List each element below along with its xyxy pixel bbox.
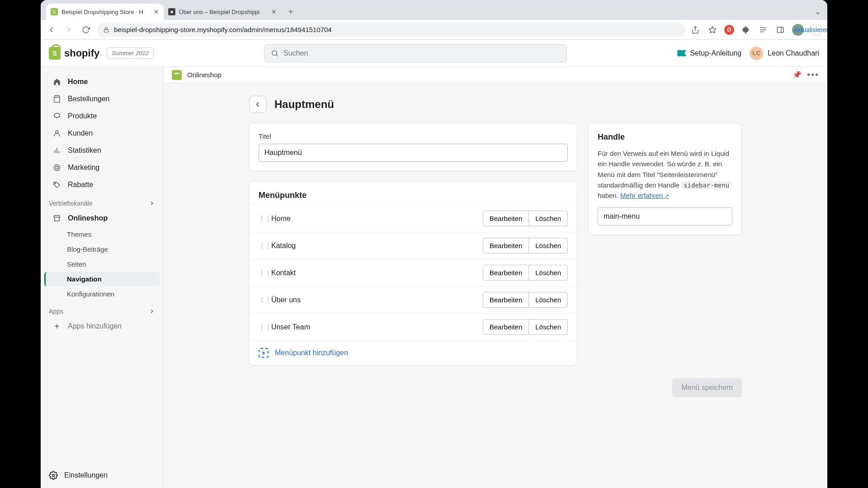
sidebar-sub-navigation[interactable]: Navigation (44, 272, 160, 286)
edit-button[interactable]: Bearbeiten (483, 319, 529, 335)
store-icon (172, 70, 182, 80)
sidebar-sub-blog[interactable]: Blog-Beiträge (44, 242, 160, 256)
title-card: Titel (249, 123, 577, 171)
drag-handle-icon[interactable]: ⋮⋮ (259, 215, 265, 222)
desc-code: sidebar-menu (681, 181, 731, 189)
edit-button[interactable]: Bearbeiten (483, 211, 529, 226)
delete-button[interactable]: Löschen (529, 319, 568, 335)
sidebar-item-analytics[interactable]: Statistiken (44, 142, 160, 159)
sidebar-item-label: Marketing (68, 164, 99, 172)
sidebar-item-label: Onlineshop (68, 214, 108, 222)
search-placeholder: Suchen (283, 49, 308, 57)
svg-point-8 (272, 51, 277, 56)
adblock-icon[interactable]: O (724, 25, 734, 35)
back-icon[interactable] (45, 23, 58, 36)
menu-item-label: Unser Team (271, 323, 476, 331)
menu-title-input[interactable] (259, 144, 568, 162)
context-bar: Onlineshop 📌 ••• (164, 67, 827, 83)
context-label: Onlineshop (187, 71, 222, 79)
site-favicon: ● (168, 8, 175, 15)
drag-handle-icon[interactable]: ⋮⋮ (259, 269, 265, 277)
browser-tab-strip: s Beispiel Dropshipping Store · H ✕ ● Üb… (41, 0, 827, 20)
section-label: Vertriebskanäle (49, 200, 93, 207)
shopify-favicon: s (51, 8, 58, 15)
sidebar-item-customers[interactable]: Kunden (44, 125, 160, 141)
browser-tab-inactive[interactable]: ● Über uns – Beispiel Dropshippi ✕ (164, 4, 281, 20)
sidebar-item-settings[interactable]: Einstellungen (49, 471, 155, 480)
new-tab-button[interactable]: ＋ (284, 5, 297, 18)
sidepanel-icon[interactable] (775, 24, 786, 35)
shopify-logo[interactable]: shopify (49, 47, 99, 60)
sidebar-item-onlineshop[interactable]: Onlineshop (44, 210, 160, 226)
gear-icon (49, 471, 58, 480)
shopify-bag-icon (49, 47, 61, 60)
svg-point-11 (56, 131, 58, 133)
sidebar-item-orders[interactable]: Bestellungen (44, 91, 160, 107)
user-menu[interactable]: LC Leon Chaudhari (750, 47, 819, 60)
browser-tab-active[interactable]: s Beispiel Dropshipping Store · H ✕ (46, 4, 164, 20)
orders-icon (52, 94, 61, 103)
close-icon[interactable]: ✕ (154, 8, 159, 15)
reload-icon[interactable] (80, 23, 92, 36)
sidebar-item-marketing[interactable]: Marketing (44, 160, 160, 176)
edit-button[interactable]: Bearbeiten (483, 265, 529, 281)
drag-handle-icon[interactable]: ⋮⋮ (259, 242, 265, 249)
delete-button[interactable]: Löschen (529, 265, 568, 281)
add-label: Menüpunkt hinzufügen (275, 349, 348, 357)
link-text: Mehr erfahren (620, 192, 663, 199)
settings-label: Einstellungen (64, 471, 108, 479)
address-bar[interactable]: beispiel-dropshipping-store.myshopify.co… (97, 23, 685, 37)
reading-list-icon[interactable] (758, 24, 769, 35)
delete-button[interactable]: Löschen (529, 238, 568, 253)
store-icon (52, 214, 61, 223)
menu-item-label: Home (271, 215, 476, 223)
back-button[interactable] (249, 96, 266, 113)
chevron-down-icon[interactable] (815, 10, 821, 16)
sidebar-sub-pages[interactable]: Seiten (44, 257, 160, 271)
search-input[interactable]: Suchen (264, 44, 567, 62)
sidebar-sub-preferences[interactable]: Konfigurationen (44, 287, 160, 301)
forward-icon[interactable] (62, 23, 75, 36)
close-icon[interactable]: ✕ (271, 8, 277, 15)
home-icon (52, 77, 61, 86)
season-badge: Sommer 2022 (107, 47, 154, 59)
svg-point-15 (54, 164, 60, 171)
delete-button[interactable]: Löschen (529, 211, 568, 226)
edit-button[interactable]: Bearbeiten (483, 238, 529, 253)
toolbar-actions: O Aktualisieren ⋮ (690, 24, 823, 36)
star-icon[interactable] (707, 24, 718, 35)
share-icon[interactable] (690, 24, 701, 35)
add-menu-item-button[interactable]: + Menüpunkt hinzufügen (250, 340, 577, 365)
edit-button[interactable]: Bearbeiten (483, 292, 529, 308)
sidebar-item-products[interactable]: Produkte (44, 108, 160, 124)
menu-item-row: ⋮⋮ Über uns Bearbeiten Löschen (250, 286, 577, 313)
user-name: Leon Chaudhari (768, 49, 819, 57)
setup-label: Setup-Anleitung (690, 49, 741, 57)
drag-handle-icon[interactable]: ⋮⋮ (259, 296, 265, 304)
sidebar-item-label: Apps hinzufügen (68, 322, 122, 330)
sidebar-section-channels: Vertriebskanäle (41, 193, 163, 210)
learn-more-link[interactable]: Mehr erfahren ↗ (620, 192, 669, 199)
chevron-right-icon[interactable] (149, 308, 155, 314)
setup-guide-button[interactable]: Setup-Anleitung (677, 49, 741, 57)
sidebar-item-add-apps[interactable]: Apps hinzufügen (44, 318, 160, 334)
plus-icon (52, 322, 61, 331)
shopify-topbar: shopify Sommer 2022 Suchen Setup-Anleitu… (41, 40, 827, 67)
sidebar-item-discounts[interactable]: Rabatte (44, 177, 160, 193)
menu-item-row: ⋮⋮ Kontakt Bearbeiten Löschen (250, 259, 577, 286)
save-menu-button[interactable]: Menü speichern (672, 378, 742, 397)
browser-update-button[interactable]: Aktualisieren ⋮ (810, 24, 823, 35)
sidebar-item-home[interactable]: Home (44, 74, 160, 90)
extensions-icon[interactable] (741, 24, 751, 35)
handle-input[interactable] (598, 207, 732, 225)
url-text: beispiel-dropshipping-store.myshopify.co… (114, 26, 332, 33)
chevron-right-icon[interactable] (149, 200, 155, 206)
delete-button[interactable]: Löschen (529, 292, 568, 308)
sidebar-sub-themes[interactable]: Themes (44, 227, 160, 241)
drag-handle-icon[interactable]: ⋮⋮ (259, 324, 265, 331)
more-icon[interactable]: ••• (807, 70, 819, 80)
handle-header: Handle (598, 132, 732, 142)
pin-icon[interactable]: 📌 (793, 70, 802, 79)
menu-item-label: Über uns (271, 296, 476, 304)
sidebar-item-label: Produkte (68, 112, 97, 120)
